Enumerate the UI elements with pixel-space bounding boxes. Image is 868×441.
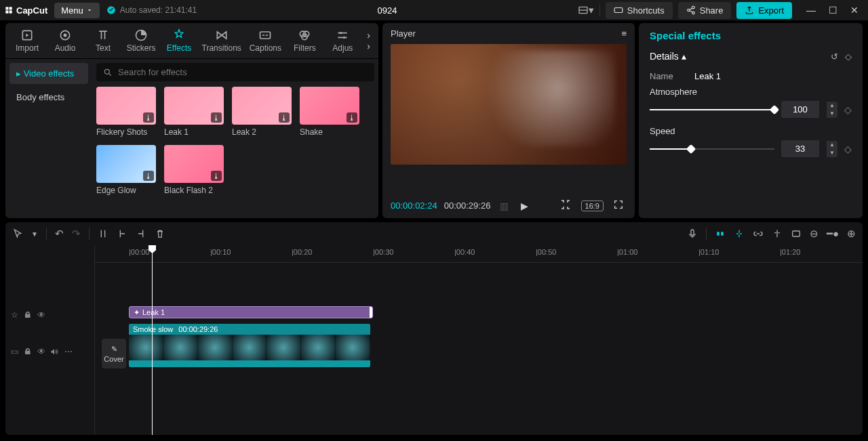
zoom-out-icon[interactable]: ⊖: [810, 228, 818, 240]
speed-input[interactable]: [781, 140, 819, 157]
tab-filters[interactable]: Filters: [288, 26, 321, 56]
snap-icon[interactable]: [734, 228, 745, 239]
preview-icon[interactable]: [791, 228, 802, 239]
eye-icon[interactable]: 👁︎: [37, 347, 45, 356]
tab-transitions[interactable]: Transitions: [201, 26, 242, 56]
close-icon[interactable]: ✕: [845, 5, 864, 16]
tab-adjust[interactable]: Adjus: [326, 26, 359, 56]
player-title: Player: [391, 28, 416, 39]
effect-item[interactable]: ⭳Black Flash 2: [164, 145, 224, 195]
effect-item[interactable]: ⭳Shake: [300, 87, 359, 137]
effects-search[interactable]: [96, 63, 374, 81]
tab-text[interactable]: Text: [87, 26, 119, 56]
player-viewport[interactable]: [382, 44, 635, 193]
eye-icon[interactable]: 👁︎: [37, 310, 45, 320]
pointer-dropdown-icon[interactable]: ▼: [31, 230, 38, 238]
share-button[interactable]: Share: [678, 2, 732, 19]
svg-rect-18: [793, 231, 800, 236]
effect-item[interactable]: ⭳Leak 1: [164, 87, 224, 137]
speaker-icon[interactable]: 🔊︎: [51, 347, 59, 356]
mic-icon[interactable]: [687, 228, 698, 239]
tab-stickers[interactable]: Stickers: [125, 26, 157, 56]
crop-icon[interactable]: [557, 198, 574, 213]
split-icon[interactable]: [98, 228, 108, 239]
download-icon[interactable]: ⭳: [279, 112, 290, 123]
align-icon[interactable]: [772, 228, 783, 239]
download-icon[interactable]: ⭳: [347, 112, 357, 123]
effect-item[interactable]: ⭳Flickery Shots: [96, 87, 156, 137]
minimize-icon[interactable]: —: [802, 5, 821, 16]
magnet-icon[interactable]: [715, 228, 726, 239]
playhead[interactable]: [152, 245, 153, 435]
name-label: Name: [650, 71, 685, 81]
search-input[interactable]: [118, 67, 368, 77]
more-icon[interactable]: ⋯: [64, 347, 73, 356]
effect-item[interactable]: ⭳Leak 2: [232, 87, 292, 137]
link-icon[interactable]: [753, 228, 764, 239]
effect-item[interactable]: ⭳Edge Glow: [96, 145, 156, 195]
category-body-effects[interactable]: Body effects: [9, 87, 88, 108]
menu-button[interactable]: Menu: [54, 3, 100, 18]
effect-track-controls[interactable]: ☆ 🔒︎ 👁︎: [11, 310, 45, 320]
trim-right-icon[interactable]: [136, 228, 146, 239]
video-icon[interactable]: ▭: [11, 347, 18, 356]
keyframe-diamond-icon[interactable]: ◇: [845, 51, 852, 62]
download-icon[interactable]: ⭳: [143, 112, 154, 123]
tab-captions[interactable]: Captions: [248, 26, 283, 56]
keyframe-diamond-icon[interactable]: ◇: [844, 104, 852, 115]
download-icon[interactable]: ⭳: [211, 171, 222, 181]
inspector-panel: Special effects Details ▴ ↺ ◇ Name Leak …: [639, 23, 863, 218]
fullscreen-icon[interactable]: [610, 199, 627, 212]
delete-icon[interactable]: [155, 228, 165, 239]
svg-rect-17: [721, 232, 723, 235]
speed-slider[interactable]: [650, 144, 774, 154]
download-icon[interactable]: ⭳: [143, 171, 154, 181]
effect-categories: ▸ Video effects Body effects: [5, 59, 92, 218]
atmosphere-slider[interactable]: [650, 105, 774, 114]
keyframe-diamond-icon[interactable]: ◇: [844, 144, 852, 154]
download-icon[interactable]: ⭳: [211, 112, 222, 123]
shortcuts-button[interactable]: Shortcuts: [606, 2, 673, 19]
layout-icon[interactable]: ▾: [578, 4, 594, 16]
undo-icon[interactable]: ↶: [55, 228, 64, 240]
compare-icon[interactable]: ▥: [497, 201, 511, 211]
lock-icon[interactable]: 🔒︎: [24, 347, 32, 356]
timeline-toolbar: ▼ ↶ ↷ ⊖ ━● ⊕: [5, 222, 863, 245]
video-clip[interactable]: Smoke slow 00:00:29:26: [129, 324, 370, 367]
redo-icon[interactable]: ↷: [72, 228, 81, 240]
cover-button[interactable]: ✎ Cover: [102, 339, 126, 369]
player-panel: Player ≡ 00:00:02:24 00:00:29:26 ▥ ▶ 16:…: [382, 23, 635, 218]
star-icon[interactable]: ☆: [11, 310, 18, 320]
undo-icon[interactable]: ↺: [831, 51, 838, 62]
project-title: 0924: [203, 5, 571, 16]
atmosphere-spinner[interactable]: ▲▼: [827, 102, 837, 118]
speed-spinner[interactable]: ▲▼: [827, 141, 837, 157]
autosave-status: Auto saved: 21:41:41: [106, 5, 197, 15]
atmosphere-input[interactable]: [781, 101, 819, 118]
svg-rect-15: [691, 230, 694, 235]
export-button[interactable]: Export: [736, 2, 792, 19]
player-menu-icon[interactable]: ≡: [621, 28, 627, 39]
aspect-ratio[interactable]: 16:9: [581, 201, 604, 211]
tab-audio[interactable]: Audio: [49, 26, 81, 56]
maximize-icon[interactable]: ☐: [823, 5, 842, 16]
play-icon[interactable]: ▶: [518, 201, 531, 211]
media-panel: Import Audio Text Stickers Effects Trans…: [5, 23, 378, 218]
timeline-ruler[interactable]: |00:00 |00:10 |00:20 |00:30 |00:40 |00:5…: [95, 245, 863, 263]
category-video-effects[interactable]: ▸ Video effects: [9, 63, 88, 84]
zoom-in-icon[interactable]: ⊕: [847, 228, 856, 240]
pointer-icon[interactable]: [12, 228, 23, 239]
details-heading[interactable]: Details ▴: [650, 51, 686, 62]
tab-import[interactable]: Import: [11, 26, 43, 56]
svg-point-13: [343, 37, 345, 39]
video-track-controls[interactable]: ▭ 🔒︎ 👁︎ 🔊︎ ⋯: [11, 347, 73, 356]
zoom-slider[interactable]: ━●: [827, 228, 839, 240]
trim-left-icon[interactable]: [117, 228, 127, 239]
current-time: 00:00:02:24: [391, 201, 437, 211]
expand-tabs-icon[interactable]: ››: [364, 30, 373, 51]
timeline: ☆ 🔒︎ 👁︎ ▭ 🔒︎ 👁︎ 🔊︎ ⋯ |00:00 |00:10 |00:2…: [5, 245, 863, 435]
titlebar: CapCut Menu Auto saved: 21:41:41 0924 ▾ …: [0, 0, 868, 20]
lock-icon[interactable]: 🔒︎: [24, 310, 32, 320]
effect-clip[interactable]: ✦ Leak 1: [129, 306, 373, 318]
tab-effects[interactable]: Effects: [163, 26, 195, 56]
